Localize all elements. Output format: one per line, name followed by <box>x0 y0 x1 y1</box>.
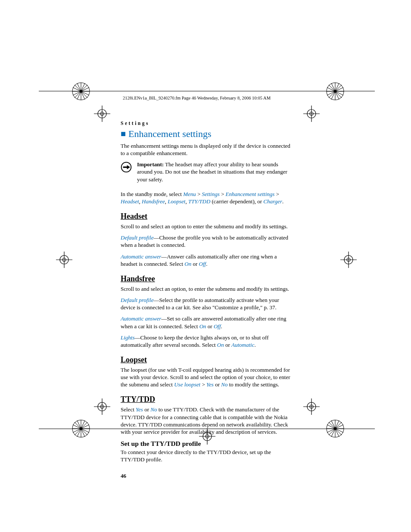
standby-nav-paragraph: In the standby mode, select Menu > Setti… <box>121 190 291 205</box>
running-head: Settings <box>121 121 291 126</box>
svg-point-39 <box>334 427 336 430</box>
headset-default-profile: Default profile—Choose the profile you w… <box>121 234 291 249</box>
important-note: Important: The headset may affect your a… <box>121 161 291 187</box>
tty-paragraph: Select Yes or No to use TTY/TDD. Check w… <box>121 406 291 436</box>
tty-setup-heading: Set up the TTY/TDD profile <box>121 440 291 448</box>
page-number: 46 <box>121 473 291 479</box>
svg-point-29 <box>80 427 82 430</box>
handsfree-heading: Handsfree <box>121 274 291 283</box>
svg-point-19 <box>334 90 336 93</box>
tty-heading: TTY/TDD <box>121 395 291 404</box>
target-mark-icon <box>94 106 110 122</box>
important-icon <box>121 162 132 173</box>
target-mark-icon <box>340 252 357 268</box>
target-mark-icon <box>303 398 320 415</box>
registration-mark-icon <box>325 81 345 101</box>
svg-point-9 <box>80 90 82 93</box>
loopset-paragraph: The loopset (for use with T-coil equippe… <box>121 366 291 388</box>
target-mark-icon <box>303 106 320 122</box>
headset-auto-answer: Automatic answer—Answer calls automatica… <box>121 253 291 268</box>
loopset-heading: Loopset <box>121 355 291 364</box>
handsfree-p1: Scroll to and select an option, to enter… <box>121 285 291 292</box>
target-mark-icon <box>94 398 110 415</box>
page-content: Settings ■Enhancement settings The enhan… <box>121 82 291 479</box>
square-bullet-icon: ■ <box>121 129 126 138</box>
tty-setup-paragraph: To connect your device directly to the T… <box>121 448 291 463</box>
headset-heading: Headset <box>121 212 291 221</box>
section-heading-text: Enhancement settings <box>128 128 211 139</box>
registration-mark-icon <box>325 419 345 439</box>
section-heading: ■Enhancement settings <box>121 128 291 140</box>
intro-paragraph: The enhancement settings menu is display… <box>121 142 291 157</box>
target-mark-icon <box>56 252 72 268</box>
handsfree-lights: Lights—Choose to keep the device lights … <box>121 334 291 348</box>
headset-p1: Scroll to and select an option to enter … <box>121 223 291 230</box>
registration-mark-icon <box>71 81 91 101</box>
registration-mark-icon <box>71 419 91 439</box>
important-text: Important: The headset may affect your a… <box>137 161 291 183</box>
handsfree-default-profile: Default profile—Select the profile to au… <box>121 296 291 311</box>
handsfree-auto-answer: Automatic answer—Set so calls are answer… <box>121 315 291 330</box>
